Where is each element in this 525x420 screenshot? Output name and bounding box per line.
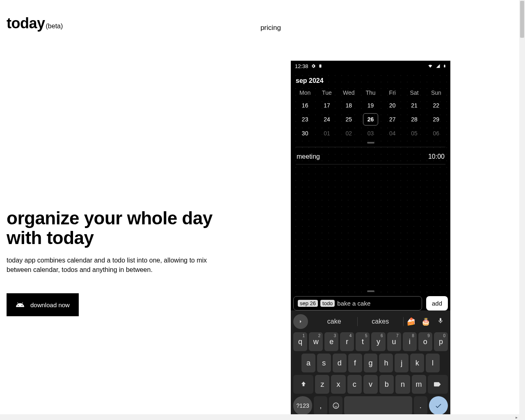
vertical-scrollbar[interactable]	[519, 0, 525, 420]
keyboard-key[interactable]: t5	[356, 332, 370, 351]
calendar-dow: Sun	[425, 89, 447, 96]
keyboard-key[interactable]: a	[301, 354, 315, 372]
hero-title: organize your whole day with today	[7, 208, 238, 248]
calendar-date[interactable]: 25	[338, 112, 360, 126]
backspace-key[interactable]	[428, 375, 448, 394]
add-button[interactable]: add	[426, 296, 448, 310]
keyboard-key[interactable]: y6	[371, 332, 385, 351]
keyboard-key[interactable]: ,	[314, 396, 327, 415]
calendar-date[interactable]: 03	[360, 126, 381, 140]
chevron-right-icon[interactable]	[293, 314, 308, 329]
microphone-icon[interactable]	[433, 317, 448, 326]
calendar-date[interactable]: 20	[381, 98, 403, 112]
svg-point-5	[336, 405, 337, 406]
keyboard-key[interactable]: u7	[387, 332, 401, 351]
enter-key[interactable]	[429, 396, 448, 415]
keyboard-key[interactable]: d	[333, 354, 347, 372]
calendar-date[interactable]: 16	[294, 98, 316, 112]
calendar-dow: Mon	[294, 89, 316, 96]
keyboard-key[interactable]: c	[347, 375, 362, 394]
keyboard-key[interactable]: x	[331, 375, 345, 394]
calendar: MonTueWedThuFriSatSun 161718192021222324…	[291, 87, 450, 147]
svg-point-4	[335, 405, 336, 406]
drag-handle-icon[interactable]	[367, 142, 374, 144]
emoji-key[interactable]	[329, 396, 342, 415]
calendar-date[interactable]: 05	[403, 126, 425, 140]
new-item-text: bake a cake	[337, 300, 370, 307]
keyboard-key[interactable]: s	[317, 354, 331, 372]
calendar-date[interactable]: 06	[425, 126, 447, 140]
calendar-dow: Wed	[338, 89, 360, 96]
keyboard-key[interactable]: .	[414, 396, 427, 415]
keyboard-key[interactable]: j	[395, 354, 409, 372]
calendar-date[interactable]: 19	[360, 98, 381, 112]
suggestion[interactable]: cake	[311, 318, 357, 325]
android-icon	[16, 300, 25, 309]
keyboard-key[interactable]: z	[315, 375, 329, 394]
calendar-date[interactable]: 22	[425, 98, 447, 112]
calendar-date[interactable]: 28	[403, 112, 425, 126]
calendar-date[interactable]: 18	[338, 98, 360, 112]
download-button[interactable]: download now	[7, 293, 79, 316]
android-status-bar: 12:38	[291, 61, 450, 71]
event-row[interactable]: meeting 10:00	[291, 147, 450, 166]
nav-pricing-link[interactable]: pricing	[260, 24, 281, 32]
keyboard-key[interactable]: b	[379, 375, 394, 394]
keyboard-key[interactable]: v	[363, 375, 378, 394]
date-chip[interactable]: sep 26	[298, 300, 318, 307]
todo-chip[interactable]: todo	[320, 300, 335, 307]
svg-rect-0	[319, 64, 321, 68]
keyboard-key[interactable]: f	[348, 354, 362, 372]
svg-point-3	[333, 403, 339, 409]
keyboard-key[interactable]: q1	[293, 332, 307, 351]
calendar-date[interactable]: 01	[316, 126, 338, 140]
calendar-date[interactable]: 23	[294, 112, 316, 126]
calendar-date[interactable]: 04	[381, 126, 403, 140]
brand-beta-tag: (beta)	[46, 23, 63, 30]
signal-icon	[436, 64, 441, 68]
hero-subtitle: today app combines calendar and a todo l…	[7, 256, 228, 274]
calendar-date[interactable]: 02	[338, 126, 360, 140]
card-icon	[318, 64, 322, 68]
calendar-dow: Sat	[403, 89, 425, 96]
suggestion[interactable]: cakes	[358, 318, 404, 325]
suggestion-emoji[interactable]: 🎂	[418, 317, 433, 326]
keyboard-key[interactable]: p0	[434, 332, 448, 351]
calendar-date[interactable]: 21	[403, 98, 425, 112]
gear-icon	[311, 64, 316, 68]
keyboard-key[interactable]: g	[364, 354, 378, 372]
keyboard-key[interactable]: h	[379, 354, 393, 372]
keyboard-key[interactable]: o9	[418, 332, 432, 351]
keyboard-key[interactable]: l	[426, 354, 440, 372]
drag-handle-icon[interactable]	[367, 290, 374, 292]
calendar-date[interactable]: 27	[381, 112, 403, 126]
horizontal-scrollbar[interactable]: ▸	[0, 414, 519, 420]
brand: today (beta)	[7, 15, 63, 32]
calendar-date[interactable]: 26	[360, 112, 381, 126]
event-time: 10:00	[428, 153, 445, 160]
keyboard-key[interactable]: m	[412, 375, 426, 394]
calendar-dow: Tue	[316, 89, 338, 96]
symbols-key[interactable]: ?123	[293, 396, 312, 415]
onscreen-keyboard: cake cakes 🍰 🎂 q1w2e3r4t5y6u7i8o9p0 asdf…	[291, 310, 450, 417]
keyboard-key[interactable]: k	[410, 354, 424, 372]
shift-key[interactable]	[293, 375, 313, 394]
new-item-input[interactable]: sep 26 todo bake a cake	[293, 296, 422, 310]
calendar-date[interactable]: 17	[316, 98, 338, 112]
space-key[interactable]	[344, 396, 412, 415]
download-button-label: download now	[30, 301, 70, 308]
calendar-date[interactable]: 29	[425, 112, 447, 126]
svg-rect-1	[444, 65, 445, 67]
keyboard-key[interactable]: i8	[403, 332, 417, 351]
keyboard-key[interactable]: e3	[324, 332, 338, 351]
calendar-date[interactable]: 24	[316, 112, 338, 126]
battery-icon	[443, 63, 446, 69]
calendar-dow: Fri	[381, 89, 403, 96]
svg-rect-2	[444, 64, 445, 65]
calendar-dow: Thu	[360, 89, 381, 96]
keyboard-key[interactable]: n	[395, 375, 410, 394]
keyboard-key[interactable]: w2	[309, 332, 323, 351]
keyboard-key[interactable]: r4	[340, 332, 354, 351]
suggestion-emoji[interactable]: 🍰	[404, 317, 418, 326]
calendar-date[interactable]: 30	[294, 126, 316, 140]
